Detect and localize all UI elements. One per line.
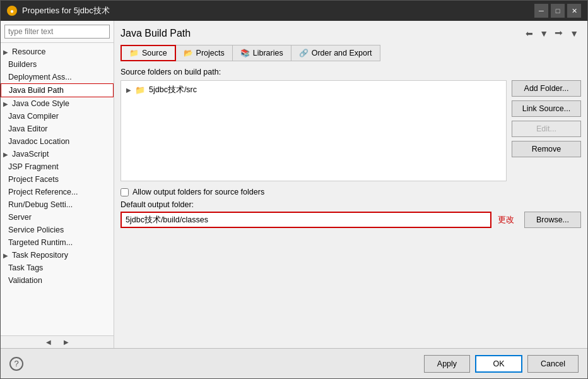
dialog-body: ▶ResourceBuildersDeployment Ass...Java B… [1,21,587,348]
help-button[interactable]: ? [9,357,23,371]
back-arrow-button[interactable]: ⬅ [523,27,536,40]
sidebar-item-label: Run/Debug Setti... [8,200,73,209]
sidebar-item-task-tags[interactable]: Task Tags [1,262,114,274]
scroll-right-icon: ▶ [64,339,69,346]
search-input[interactable] [4,25,110,39]
sidebar-item-server[interactable]: Server [1,211,114,224]
tab-label-order-export: Order and Export [312,49,372,57]
sidebar-item-task-repository[interactable]: ▶Task Repository [1,249,114,262]
order-export-tab-icon: 🔗 [299,49,309,57]
dialog-title: Properties for 5jdbc技术 [22,5,110,16]
source-list: ▶📁5jdbc技术/src [121,80,507,181]
close-button[interactable]: ✕ [567,4,581,18]
sidebar-item-project-references[interactable]: Project Reference... [1,186,114,198]
expand-arrow-icon: ▶ [3,100,8,107]
toolbar-arrows: ⬅ ▼ ⮕ ▼ [523,27,581,40]
tab-label-projects: Projects [196,49,225,57]
back-dropdown-button[interactable]: ▼ [537,27,551,40]
checkbox-label: Allow output folders for source folders [132,188,264,196]
source-folders-label: Source folders on build path: [121,68,581,76]
footer-left: ? [9,357,23,371]
add-folder-button[interactable]: Add Folder... [512,80,581,97]
cancel-button[interactable]: Cancel [527,355,579,373]
output-folder-input[interactable] [121,212,491,228]
sidebar-item-label: JavaScript [12,150,49,159]
sidebar-item-label: Deployment Ass... [8,73,72,81]
sidebar-item-targeted-runtime[interactable]: Targeted Runtim... [1,236,114,249]
sidebar-item-label: Builders [8,60,37,69]
footer-right: Apply OK Cancel [424,355,579,373]
sidebar-item-label: Project Reference... [8,188,78,196]
forward-arrow-button[interactable]: ⮕ [552,27,566,40]
minimize-button[interactable]: ─ [534,4,548,18]
dialog-footer: ? Apply OK Cancel [1,348,587,378]
output-input-wrap [121,212,491,228]
sidebar-item-label: Task Repository [12,251,68,260]
sidebar-list: ▶ResourceBuildersDeployment Ass...Java B… [1,43,114,335]
sidebar-item-label: Project Facets [8,175,59,184]
link-source-button[interactable]: Link Source... [512,100,581,117]
edit-button[interactable]: Edit... [512,121,581,137]
tab-source[interactable]: 📁Source [121,45,176,61]
forward-dropdown-button[interactable]: ▼ [567,27,581,40]
sidebar-item-deployment[interactable]: Deployment Ass... [1,71,114,83]
browse-button[interactable]: Browse... [524,212,581,228]
dialog-window: ● Properties for 5jdbc技术 ─ □ ✕ ▶Resource… [0,0,588,379]
sidebar-item-label: Resource [12,47,46,56]
sidebar-item-java-editor[interactable]: Java Editor [1,123,114,135]
content-area: Source folders on build path: ▶📁5jdbc技术/… [121,68,581,342]
projects-tab-icon: 📂 [184,49,193,57]
sidebar-item-label: Java Compiler [8,112,59,121]
source-item-expand-icon: ▶ [126,87,131,93]
sidebar-item-label: Task Tags [8,263,43,272]
sidebar-item-label: Validation [8,276,42,285]
title-bar: ● Properties for 5jdbc技术 ─ □ ✕ [1,1,587,21]
expand-arrow-icon: ▶ [3,151,8,158]
tab-label-source: Source [142,49,167,57]
sidebar-item-run-debug[interactable]: Run/Debug Setti... [1,198,114,211]
title-controls: ─ □ ✕ [534,4,581,18]
main-left: ▶📁5jdbc技术/src [121,80,507,188]
sidebar: ▶ResourceBuildersDeployment Ass...Java B… [1,21,114,348]
sidebar-item-label: Javadoc Location [8,137,69,146]
sidebar-item-label: JSP Fragment [8,162,59,171]
change-annotation: 更改 [498,214,514,226]
scroll-left-icon: ◀ [46,339,51,346]
tab-libraries[interactable]: 📚Libraries [232,45,291,61]
output-row: 更改 Browse... [121,212,581,228]
ok-button[interactable]: OK [475,355,522,373]
app-icon: ● [7,6,17,16]
sidebar-item-javadoc-location[interactable]: Javadoc Location [1,135,114,148]
tab-order-export[interactable]: 🔗Order and Export [291,45,380,61]
expand-arrow-icon: ▶ [3,49,8,56]
remove-button[interactable]: Remove [512,141,581,157]
tabs-bar: 📁Source📂Projects📚Libraries🔗Order and Exp… [121,45,581,61]
libraries-tab-icon: 📚 [240,49,250,57]
source-list-inner: ▶📁5jdbc技术/src [121,81,506,99]
tab-label-libraries: Libraries [253,49,283,57]
checkbox-row: Allow output folders for source folders [121,188,581,196]
sidebar-item-label: Service Policies [8,226,64,234]
sidebar-item-builders[interactable]: Builders [1,58,114,71]
maximize-button[interactable]: □ [551,4,565,18]
sidebar-item-label: Java Build Path [9,86,64,95]
sidebar-item-resource[interactable]: ▶Resource [1,45,114,58]
apply-button[interactable]: Apply [424,355,470,373]
sidebar-item-service-policies[interactable]: Service Policies [1,224,114,236]
sidebar-item-java-compiler[interactable]: Java Compiler [1,110,114,123]
sidebar-item-label: Java Code Style [12,99,69,108]
sidebar-item-java-build-path[interactable]: Java Build Path [1,83,114,97]
sidebar-item-label: Server [8,213,32,222]
sidebar-item-javascript[interactable]: ▶JavaScript [1,148,114,160]
sidebar-item-label: Java Editor [8,124,48,133]
sidebar-item-java-code-style[interactable]: ▶Java Code Style [1,97,114,110]
source-item-folder-icon: 📁 [135,85,145,95]
sidebar-item-jsp-fragment[interactable]: JSP Fragment [1,160,114,173]
page-title: Java Build Path [121,28,191,39]
allow-output-folders-checkbox[interactable] [121,188,129,196]
source-list-item[interactable]: ▶📁5jdbc技术/src [124,83,503,97]
sidebar-item-project-facets[interactable]: Project Facets [1,173,114,186]
sidebar-scroll-area: ◀ ▶ [1,335,114,348]
tab-projects[interactable]: 📂Projects [175,45,233,61]
sidebar-item-validation[interactable]: Validation [1,274,114,287]
